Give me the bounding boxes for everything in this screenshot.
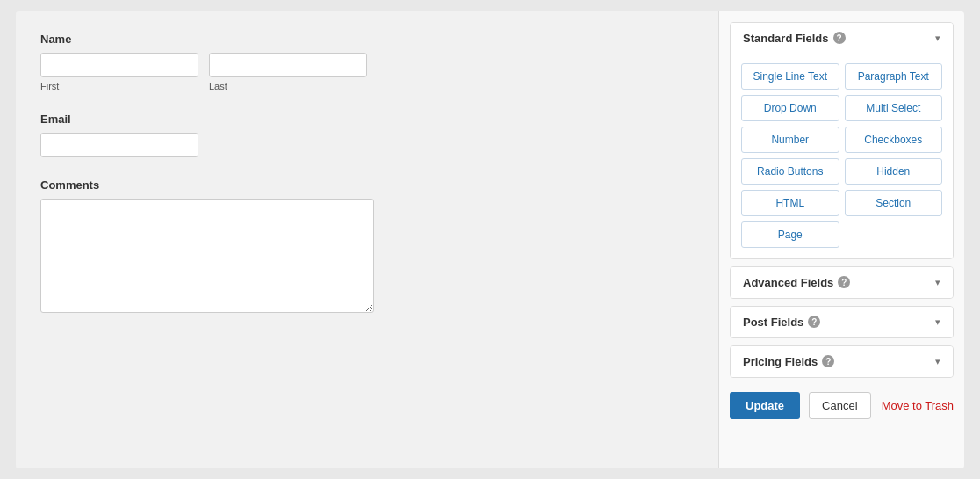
standard-fields-chevron: ▾ — [935, 33, 940, 44]
standard-fields-section: Standard Fields ? ▾ Single Line Text Par… — [730, 22, 954, 259]
standard-fields-title-row: Standard Fields ? — [743, 32, 846, 45]
last-sub-label: Last — [209, 81, 367, 91]
email-label: Email — [40, 112, 694, 126]
pricing-fields-help-icon[interactable]: ? — [822, 355, 834, 367]
comments-textarea[interactable] — [40, 199, 374, 313]
standard-fields-grid: Single Line Text Paragraph Text Drop Dow… — [741, 63, 942, 248]
pricing-fields-chevron: ▾ — [935, 356, 940, 367]
first-name-input[interactable] — [40, 53, 198, 77]
advanced-fields-title: Advanced Fields — [743, 276, 833, 289]
post-fields-help-icon[interactable]: ? — [808, 316, 820, 328]
advanced-fields-help-icon[interactable]: ? — [838, 276, 850, 288]
action-bar: Update Cancel Move to Trash — [730, 385, 954, 419]
field-btn-page[interactable]: Page — [741, 221, 839, 248]
comments-label: Comments — [40, 178, 694, 192]
standard-fields-body: Single Line Text Paragraph Text Drop Dow… — [731, 54, 953, 258]
field-btn-drop-down[interactable]: Drop Down — [741, 95, 839, 121]
pricing-fields-title-row: Pricing Fields ? — [743, 355, 834, 368]
name-field-group: Name First Last — [40, 33, 694, 91]
field-btn-html[interactable]: HTML — [741, 190, 839, 216]
pricing-fields-title: Pricing Fields — [743, 355, 818, 368]
advanced-fields-header[interactable]: Advanced Fields ? ▾ — [731, 267, 953, 298]
field-btn-number[interactable]: Number — [741, 127, 839, 153]
first-sub-label: First — [40, 81, 198, 91]
field-btn-multi-select[interactable]: Multi Select — [845, 95, 943, 121]
field-btn-section[interactable]: Section — [845, 190, 943, 216]
field-btn-hidden[interactable]: Hidden — [845, 158, 943, 185]
standard-fields-title: Standard Fields — [743, 32, 829, 45]
post-fields-title-row: Post Fields ? — [743, 316, 820, 329]
form-editor-left: Name First Last Email — [16, 11, 718, 468]
move-to-trash-button[interactable]: Move to Trash — [882, 399, 954, 412]
standard-fields-help-icon[interactable]: ? — [833, 32, 846, 44]
cancel-button[interactable]: Cancel — [809, 392, 870, 419]
comments-field-group: Comments — [40, 178, 694, 316]
pricing-fields-header[interactable]: Pricing Fields ? ▾ — [731, 346, 953, 377]
field-btn-single-line-text[interactable]: Single Line Text — [741, 63, 839, 90]
post-fields-title: Post Fields — [743, 316, 803, 329]
advanced-fields-title-row: Advanced Fields ? — [743, 276, 850, 289]
post-fields-section: Post Fields ? ▾ — [730, 306, 954, 338]
email-field-group: Email — [40, 112, 694, 157]
field-btn-checkboxes[interactable]: Checkboxes — [845, 127, 943, 153]
name-fields-row: First Last — [40, 53, 694, 91]
advanced-fields-section: Advanced Fields ? ▾ — [730, 266, 954, 299]
last-name-input[interactable] — [209, 53, 367, 77]
fields-panel: Standard Fields ? ▾ Single Line Text Par… — [718, 11, 964, 468]
pricing-fields-section: Pricing Fields ? ▾ — [730, 345, 954, 378]
first-name-wrap: First — [40, 53, 198, 91]
update-button[interactable]: Update — [730, 392, 800, 419]
post-fields-header[interactable]: Post Fields ? ▾ — [731, 307, 953, 337]
post-fields-chevron: ▾ — [935, 316, 940, 328]
last-name-wrap: Last — [209, 53, 367, 91]
standard-fields-header[interactable]: Standard Fields ? ▾ — [731, 23, 953, 54]
name-label: Name — [40, 33, 694, 46]
advanced-fields-chevron: ▾ — [935, 277, 940, 288]
field-btn-paragraph-text[interactable]: Paragraph Text — [845, 63, 943, 90]
field-btn-radio-buttons[interactable]: Radio Buttons — [741, 158, 839, 185]
email-input[interactable] — [40, 133, 198, 157]
